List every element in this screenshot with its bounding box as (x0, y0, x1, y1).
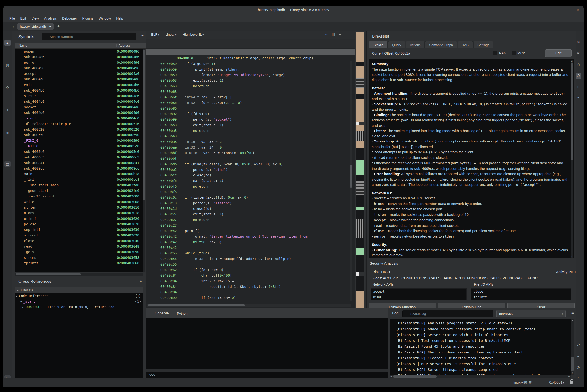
symbol-row[interactable]: _FINI_00x000400590 (15, 138, 143, 144)
symbol-row[interactable]: sub_4004b60x0004004b6 (15, 88, 143, 93)
code-line[interactable]: 00400b63 exit(status: 1) (146, 78, 351, 83)
symbol-row[interactable]: popen0x000400486 (15, 49, 143, 54)
xrefs-filter-row[interactable]: ▶Filter (1) (15, 287, 144, 293)
component-tree-icon[interactable]: ▤ (4, 161, 11, 167)
code-line[interactable]: 00400bf6 noreturn (146, 184, 351, 189)
xrefs-start-row[interactable]: ▼_start {1} (15, 299, 144, 304)
symbol-row[interactable]: __isoc23_sscanf0x000403000 (15, 194, 143, 199)
code-line[interactable]: 00400c27 noreturn (146, 217, 351, 223)
code-line[interactable]: 00400c42 format: "Server listening on po… (146, 234, 351, 239)
code-line[interactable]: 00400c62 if (fd_1 s>= 0) (146, 267, 351, 273)
code-line[interactable]: 00400b63 noreturn (146, 83, 351, 89)
code-line[interactable]: 00400c90 if (rax_15 s<= 0) (146, 295, 351, 301)
code-line[interactable]: 00400c56 (146, 262, 351, 267)
symbol-row[interactable]: _start0x0004004e0 (15, 116, 143, 121)
pin-icon[interactable]: ✧ (139, 279, 142, 284)
symbol-row[interactable]: sub_4004c60x0004004c6 (15, 99, 143, 104)
current-line-highlight[interactable]: 00400b1aint32_t main(int32_t argc, char*… (146, 50, 356, 55)
log-search-input[interactable] (402, 310, 493, 318)
symbol-row[interactable]: printf0x000403020 (15, 216, 143, 222)
view-dropdown[interactable]: Linear (166, 33, 176, 36)
code-line[interactable]: 00400ba8 int16_t var_38 = 2 (146, 139, 351, 145)
symbols-menu-icon[interactable]: ≡ (141, 34, 144, 39)
scrollbar-thumb[interactable] (350, 165, 352, 188)
tab-rag[interactable]: RAG (458, 41, 473, 48)
il-dropdown[interactable]: High Level IL (183, 33, 204, 36)
scrollbar-thumb[interactable] (148, 304, 245, 306)
symbol-row[interactable]: perror0x000400496 (15, 60, 143, 66)
symbol-row[interactable]: snprintf0x000403030 (15, 227, 143, 232)
symbol-row[interactable]: strstr0x0004004c6 (15, 93, 143, 99)
scroll-left-icon[interactable]: ◀ (390, 375, 393, 378)
symbol-row[interactable]: strcmp0x000403058 (15, 255, 143, 260)
code-line[interactable]: 00400c56 while (true) (146, 250, 351, 256)
code-line[interactable]: 00400c0c if (listen(zx.q(fd), 0xa) s< 0) (146, 195, 351, 200)
code-line[interactable]: 00400c84 (146, 290, 351, 295)
code-line[interactable]: 00400ba3 (146, 134, 351, 139)
code-line[interactable]: 00400c56 int32_t fd_1 = accept(fd, addr:… (146, 256, 351, 262)
code-line[interactable]: 00400c1d close(fd) (146, 206, 351, 212)
symbol-row[interactable]: sub_4004960x000400496 (15, 66, 143, 71)
code-line[interactable]: 00400c42 (146, 245, 351, 250)
symbol-row[interactable]: sub_4008410x000400841 (15, 160, 143, 166)
document-tab[interactable]: httpsrv_strip.bndb ● (17, 23, 54, 30)
symbols-icon[interactable]: # (4, 40, 11, 46)
symbol-row[interactable]: strlen0x000403010 (15, 205, 143, 210)
code-line[interactable]: 00400bf6 (146, 189, 351, 195)
menu-file[interactable]: File (7, 16, 18, 21)
log-menu-icon[interactable]: ≡ (571, 311, 574, 316)
scroll-up-icon[interactable]: ▲ (570, 60, 573, 62)
debugger-bug-icon[interactable]: ж (4, 129, 11, 136)
mcp-checkbox[interactable] (512, 51, 516, 55)
symbol-row[interactable]: close0x000403040 (15, 238, 143, 244)
tab-python[interactable]: Python (177, 312, 188, 318)
symbol-row[interactable]: sub_4004860x000400486 (15, 54, 143, 60)
rag-checkbox[interactable] (493, 51, 497, 55)
feature-map[interactable] (355, 30, 364, 308)
code-line[interactable]: 00400c84 int32_t rax_15 = (146, 278, 351, 284)
symbol-row[interactable]: sub_4005200x000400520 (15, 127, 143, 132)
types-icon[interactable]: {T} (4, 62, 11, 68)
code-line[interactable]: 00400bae int32_t var_34 = 0 (146, 145, 351, 150)
code-vertical-scrollbar[interactable] (350, 61, 352, 301)
symbol-row[interactable]: strncat0x000403038 (15, 232, 143, 238)
xrefs-code-references-row[interactable]: ▼Code References {1} (15, 293, 144, 299)
view-menu-icon[interactable]: ≡ (339, 32, 341, 36)
code-line[interactable]: 00400c27 exit(status: 1) (146, 212, 351, 217)
symbol-row[interactable]: sub_4009cc0x0004009cc (15, 166, 143, 171)
format-dropdown[interactable]: ELF (151, 33, 159, 36)
code-line[interactable]: 00400c13 perror(s: "listen") (146, 200, 351, 206)
scroll-up-icon[interactable]: ▲ (571, 319, 574, 322)
menu-help[interactable]: Help (114, 16, 126, 21)
code-line[interactable]: 00400c27 (146, 223, 351, 228)
code-line[interactable]: 00400bec close(fd) (146, 172, 351, 178)
symbol-row[interactable]: fprintf0x000403060 (15, 260, 143, 266)
tab-query[interactable]: Query (388, 41, 405, 48)
link-icon[interactable]: ∾ (325, 32, 328, 36)
symbol-row[interactable]: write0x000403008 (15, 199, 143, 205)
symbol-row[interactable]: sub_4004a60x0004004a6 (15, 76, 143, 82)
symbol-row[interactable]: accept0x0004004a6 (15, 71, 143, 76)
symbol-row[interactable]: sub_4005500x000400550 (15, 132, 143, 138)
tags-icon[interactable]: ◇ (4, 84, 11, 90)
symbols-vertical-scrollbar[interactable]: ▲ (143, 49, 145, 272)
symbol-row[interactable]: __gmon_start__0x000402fe0 (15, 188, 143, 194)
code-line[interactable]: 00400ba3 noreturn (146, 128, 351, 134)
code-line[interactable]: 00400b86 int32_t fd = socket(2, 1, 0) (146, 100, 351, 106)
console-output[interactable] (146, 318, 388, 369)
code-line[interactable]: 00400c42 printf( (146, 228, 351, 234)
scrollbar-thumb[interactable] (571, 357, 574, 371)
code-horizontal-scrollbar[interactable] (147, 304, 351, 307)
log-vertical-scrollbar[interactable]: ▲ ▼ (571, 319, 574, 374)
symbols-search-input[interactable] (42, 33, 136, 40)
back-arrow-icon[interactable]: ← (4, 24, 10, 28)
symbol-row[interactable]: main0x000400b1a (15, 171, 143, 177)
close-icon[interactable]: ✕ (575, 8, 580, 13)
code-line[interactable]: 00400bf6 exit(status: 1) (146, 178, 351, 184)
symbol-row[interactable]: _fini0x000400cc8 (15, 177, 143, 182)
code-line[interactable]: 00400bbf uint16_t var_36 = htons(x: 0x1f… (146, 150, 351, 156)
scrollbar-thumb[interactable] (571, 63, 573, 160)
scroll-down-icon[interactable]: ▼ (571, 372, 574, 374)
code-line[interactable]: 00400b92 if (fd s< 0) (146, 111, 351, 117)
symbol-row[interactable]: sub_4004d60x0004004d6 (15, 110, 143, 116)
